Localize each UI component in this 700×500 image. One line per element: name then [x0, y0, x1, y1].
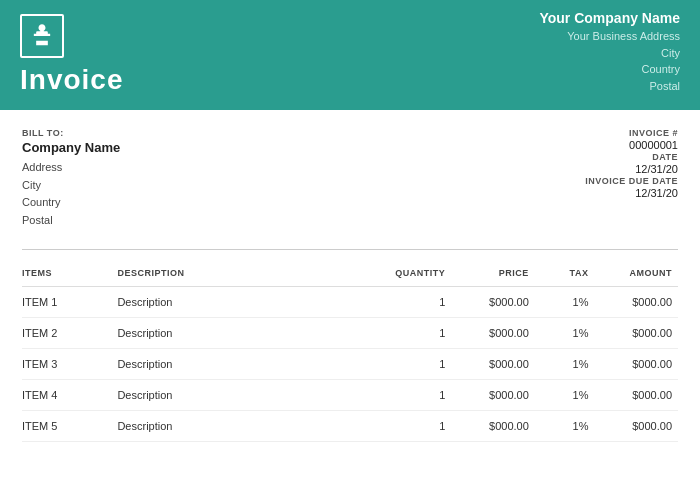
company-name: Your Company Name	[539, 10, 680, 26]
item-amount: $000.00	[594, 287, 678, 318]
bill-postal: Postal	[22, 212, 345, 230]
item-name: ITEM 4	[22, 380, 117, 411]
item-price: $000.00	[451, 287, 534, 318]
invoice-num-value: 00000001	[618, 139, 678, 151]
table-body: ITEM 1 Description 1 $000.00 1% $000.00 …	[22, 287, 678, 442]
item-name: ITEM 5	[22, 411, 117, 442]
date-label: DATE	[652, 152, 678, 162]
bill-company-name: Company Name	[22, 140, 345, 155]
invoice-num-label: INVOICE #	[629, 128, 678, 138]
table-row: ITEM 2 Description 1 $000.00 1% $000.00	[22, 318, 678, 349]
bill-city: City	[22, 177, 345, 195]
due-date-label-row: INVOICE DUE DATE	[585, 176, 678, 186]
divider	[22, 249, 678, 250]
item-name: ITEM 2	[22, 318, 117, 349]
invoice-title: Invoice	[20, 64, 340, 96]
invoice-num-row: INVOICE #	[629, 128, 678, 138]
item-description: Description	[117, 411, 356, 442]
item-price: $000.00	[451, 349, 534, 380]
items-table-wrapper: ITEMS DESCRIPTION QUANTITY PRICE TAX AMO…	[0, 260, 700, 442]
invoice-meta: INVOICE # 00000001 DATE 12/31/20 INVOICE…	[355, 128, 678, 200]
item-description: Description	[117, 287, 356, 318]
item-name: ITEM 1	[22, 287, 117, 318]
item-tax: 1%	[535, 349, 595, 380]
company-country: Country	[641, 61, 680, 78]
item-price: $000.00	[451, 411, 534, 442]
invoice-meta-section: INVOICE # 00000001 DATE 12/31/20 INVOICE…	[355, 128, 678, 229]
item-amount: $000.00	[594, 380, 678, 411]
item-tax: 1%	[535, 318, 595, 349]
col-header-items: ITEMS	[22, 260, 117, 287]
bill-address: Address	[22, 159, 345, 177]
date-value: 12/31/20	[618, 163, 678, 175]
table-row: ITEM 4 Description 1 $000.00 1% $000.00	[22, 380, 678, 411]
item-description: Description	[117, 380, 356, 411]
invoice-header: Invoice Your Company Name Your Business …	[0, 0, 700, 110]
bill-to-label: BILL TO:	[22, 128, 345, 138]
col-header-amount: AMOUNT	[594, 260, 678, 287]
item-description: Description	[117, 349, 356, 380]
item-quantity: 1	[356, 411, 451, 442]
company-postal: Postal	[649, 78, 680, 95]
header-right: Your Company Name Your Business Address …	[360, 0, 700, 110]
item-price: $000.00	[451, 318, 534, 349]
item-tax: 1%	[535, 380, 595, 411]
col-header-price: PRICE	[451, 260, 534, 287]
item-price: $000.00	[451, 380, 534, 411]
invoice-page: Invoice Your Company Name Your Business …	[0, 0, 700, 500]
date-value-row: 12/31/20	[618, 163, 678, 175]
item-name: ITEM 3	[22, 349, 117, 380]
table-row: ITEM 1 Description 1 $000.00 1% $000.00	[22, 287, 678, 318]
item-quantity: 1	[356, 349, 451, 380]
table-header-row: ITEMS DESCRIPTION QUANTITY PRICE TAX AMO…	[22, 260, 678, 287]
item-quantity: 1	[356, 318, 451, 349]
table-header: ITEMS DESCRIPTION QUANTITY PRICE TAX AMO…	[22, 260, 678, 287]
col-header-description: DESCRIPTION	[117, 260, 356, 287]
date-label-row: DATE	[652, 152, 678, 162]
due-date-value: 12/31/20	[618, 187, 678, 199]
company-logo-icon	[20, 14, 64, 58]
table-row: ITEM 5 Description 1 $000.00 1% $000.00	[22, 411, 678, 442]
item-amount: $000.00	[594, 411, 678, 442]
items-table: ITEMS DESCRIPTION QUANTITY PRICE TAX AMO…	[22, 260, 678, 442]
bill-to-section: BILL TO: Company Name Address City Count…	[22, 128, 345, 229]
item-quantity: 1	[356, 380, 451, 411]
item-amount: $000.00	[594, 318, 678, 349]
bill-country: Country	[22, 194, 345, 212]
item-tax: 1%	[535, 411, 595, 442]
worker-icon	[28, 22, 56, 50]
col-header-quantity: QUANTITY	[356, 260, 451, 287]
due-date-label: INVOICE DUE DATE	[585, 176, 678, 186]
item-amount: $000.00	[594, 349, 678, 380]
bill-section: BILL TO: Company Name Address City Count…	[0, 110, 700, 239]
invoice-num-value-row: 00000001	[618, 139, 678, 151]
company-city: City	[661, 45, 680, 62]
col-header-tax: TAX	[535, 260, 595, 287]
item-quantity: 1	[356, 287, 451, 318]
item-tax: 1%	[535, 287, 595, 318]
table-row: ITEM 3 Description 1 $000.00 1% $000.00	[22, 349, 678, 380]
due-date-value-row: 12/31/20	[618, 187, 678, 199]
item-description: Description	[117, 318, 356, 349]
header-left: Invoice	[0, 0, 360, 110]
company-address: Your Business Address	[567, 28, 680, 45]
